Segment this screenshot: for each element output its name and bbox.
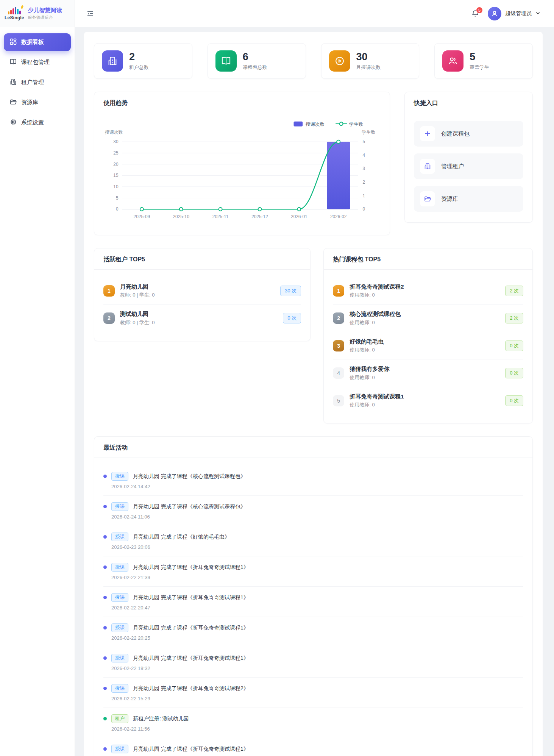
sidebar-item-resources[interactable]: 资源库 xyxy=(4,94,71,111)
activity-dot xyxy=(103,626,107,629)
count-badge: 30 次 xyxy=(280,286,301,296)
trend-row: 使用趋势 051015202530012345授课次数学生数2025-09202… xyxy=(94,92,533,235)
top-bar: 5 超级管理员 xyxy=(75,0,554,27)
rank-info: 猜猜我有多爱你使用教师: 0 xyxy=(350,365,500,381)
svg-text:5: 5 xyxy=(363,139,365,144)
activity-row: 租户新租户注册: 测试幼儿园2026-02-22 11:56 xyxy=(103,708,523,738)
quick-entry-label: 管理租户 xyxy=(441,163,464,170)
brand-title: 少儿智慧阅读 xyxy=(28,6,62,14)
stat-card-text: 2 租户总数 xyxy=(129,51,149,71)
stat-label: 课程包总数 xyxy=(243,64,267,71)
activity-type-badge: 授课 xyxy=(111,745,128,753)
usage-trend-card: 使用趋势 051015202530012345授课次数学生数2025-09202… xyxy=(94,92,390,235)
activity-row: 授课月亮幼儿园 完成了课程《折耳兔奇奇测试课程1》2026-02-22 19:3… xyxy=(103,647,523,678)
stat-card-text: 30 月授课次数 xyxy=(356,51,381,71)
sidebar-item-tenants[interactable]: 租户管理 xyxy=(4,73,71,91)
rank-badge: 4 xyxy=(333,367,344,379)
quick-entry-resources[interactable]: 资源库 xyxy=(414,186,523,212)
book-icon xyxy=(215,50,237,72)
usage-trend-chart: 051015202530012345授课次数学生数2025-092025-102… xyxy=(94,113,390,235)
list-item: 2测试幼儿园教师: 0 | 学生: 00 次 xyxy=(103,305,301,332)
users-icon xyxy=(442,50,463,72)
activity-line: 授课月亮幼儿园 完成了课程《折耳兔奇奇测试课程1》 xyxy=(103,654,523,662)
stat-card-text: 5 覆盖学生 xyxy=(470,51,489,71)
content-area: 2 租户总数 6 课程包总数 xyxy=(75,27,554,756)
activity-time: 2026-02-22 20:25 xyxy=(111,635,523,641)
svg-text:授课次数: 授课次数 xyxy=(305,122,324,127)
svg-text:25: 25 xyxy=(113,150,119,156)
quick-entry-manage-tenants[interactable]: 管理租户 xyxy=(414,153,523,179)
quick-entry-label: 创建课程包 xyxy=(441,130,470,137)
activity-text: 月亮幼儿园 完成了课程《折耳兔奇奇测试课程1》 xyxy=(133,625,249,631)
activity-type-badge: 授课 xyxy=(111,563,128,572)
item-sub: 使用教师: 0 xyxy=(350,374,500,381)
activity-row: 授课月亮幼儿园 完成了课程《折耳兔奇奇测试课程1》2026-02-22 20:4… xyxy=(103,587,523,617)
menu-fold-icon[interactable] xyxy=(86,10,94,17)
svg-text:15: 15 xyxy=(113,173,119,178)
item-name: 好饿的毛毛虫 xyxy=(350,338,500,345)
hot-packages-card: 热门课程包 TOP5 1折耳兔奇奇测试课程2使用教师: 02 次2核心流程测试课… xyxy=(323,248,533,424)
activity-line: 授课月亮幼儿园 完成了课程《核心流程测试课程包》 xyxy=(103,472,523,481)
activity-text: 月亮幼儿园 完成了课程《核心流程测试课程包》 xyxy=(133,503,246,510)
building-icon xyxy=(102,50,123,72)
item-name: 折耳兔奇奇测试课程2 xyxy=(350,283,500,291)
activity-dot xyxy=(103,687,107,690)
stat-card-text: 6 课程包总数 xyxy=(243,51,267,71)
item-name: 核心流程测试课程包 xyxy=(350,310,500,318)
svg-text:0: 0 xyxy=(116,206,119,212)
building-icon xyxy=(10,78,17,86)
svg-text:3: 3 xyxy=(363,166,365,171)
svg-text:10: 10 xyxy=(113,184,119,189)
activity-time: 2026-02-24 14:42 xyxy=(111,484,523,489)
sidebar-item-course-packages[interactable]: 课程包管理 xyxy=(4,53,71,71)
activity-line: 授课月亮幼儿园 完成了课程《折耳兔奇奇测试课程1》 xyxy=(103,623,523,632)
stat-card-course-packages: 6 课程包总数 xyxy=(208,43,306,79)
building-icon xyxy=(420,159,435,174)
rank-badge: 2 xyxy=(333,312,344,324)
top5-row: 活跃租户 TOP5 1月亮幼儿园教师: 0 | 学生: 030 次2测试幼儿园教… xyxy=(94,248,533,424)
activity-type-badge: 授课 xyxy=(111,684,128,693)
svg-text:学生数: 学生数 xyxy=(349,122,363,127)
activity-text: 月亮幼儿园 完成了课程《好饿的毛毛虫》 xyxy=(133,534,230,540)
sidebar-item-dashboard[interactable]: 数据看板 xyxy=(4,33,71,51)
item-name: 猜猜我有多爱你 xyxy=(350,365,500,373)
recent-activity-list: 授课月亮幼儿园 完成了课程《核心流程测试课程包》2026-02-24 14:42… xyxy=(94,458,532,756)
notification-count-badge: 5 xyxy=(476,6,483,14)
item-sub: 使用教师: 0 xyxy=(350,319,500,326)
svg-text:授课次数: 授课次数 xyxy=(105,130,123,135)
rank-info: 月亮幼儿园教师: 0 | 学生: 0 xyxy=(120,283,275,299)
rank-badge: 5 xyxy=(333,395,344,406)
quick-entry-label: 资源库 xyxy=(441,195,458,203)
svg-text:5: 5 xyxy=(116,195,119,201)
svg-text:2026-02: 2026-02 xyxy=(330,214,347,219)
activity-dot xyxy=(103,535,107,539)
top-right-controls: 5 超级管理员 xyxy=(471,7,540,20)
activity-type-badge: 授课 xyxy=(111,593,128,602)
count-badge: 0 次 xyxy=(283,313,301,323)
notification-bell[interactable]: 5 xyxy=(471,9,479,18)
card-title: 热门课程包 TOP5 xyxy=(324,248,532,270)
activity-time: 2026-02-22 21:39 xyxy=(111,575,523,580)
plus-icon xyxy=(420,126,435,141)
count-badge: 0 次 xyxy=(505,395,523,406)
activity-line: 授课月亮幼儿园 完成了课程《核心流程测试课程包》 xyxy=(103,502,523,511)
quick-entry-create-package[interactable]: 创建课程包 xyxy=(414,121,523,147)
card-title: 最近活动 xyxy=(94,437,532,458)
sidebar-item-settings[interactable]: 系统设置 xyxy=(4,114,71,131)
user-menu[interactable]: 超级管理员 xyxy=(488,7,540,20)
sidebar-menu: 数据看板 课程包管理 租户管理 xyxy=(0,27,75,137)
svg-text:2: 2 xyxy=(363,180,365,185)
activity-type-badge: 授课 xyxy=(111,654,128,662)
folder-icon xyxy=(420,191,435,206)
activity-type-badge: 授课 xyxy=(111,472,128,481)
gear-icon xyxy=(10,119,17,127)
brand-logo-text: LeSingle xyxy=(5,15,24,20)
activity-dot xyxy=(103,717,107,720)
main-area: 5 超级管理员 xyxy=(75,0,554,756)
quick-entry-list: 创建课程包 管理租户 xyxy=(405,113,532,222)
rank-badge: 2 xyxy=(103,312,115,324)
activity-dot xyxy=(103,505,107,508)
card-title: 快捷入口 xyxy=(405,92,532,113)
activity-text: 月亮幼儿园 完成了课程《核心流程测试课程包》 xyxy=(133,473,246,480)
svg-text:30: 30 xyxy=(113,139,119,144)
